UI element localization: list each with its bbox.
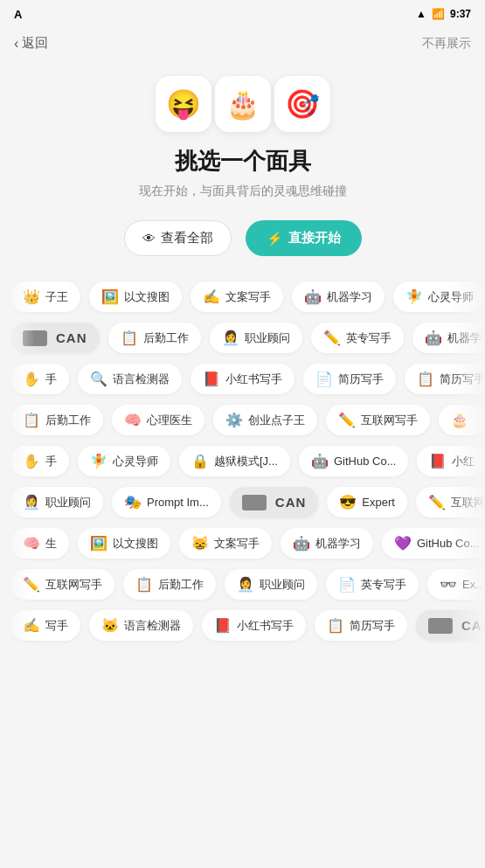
- chip-icon: ✋: [23, 453, 40, 469]
- chip-icon: 🔍: [90, 371, 107, 387]
- mask-chip-8-2[interactable]: 📕小红书写手: [202, 610, 306, 641]
- mask-chip-2-0[interactable]: ✋手: [10, 364, 69, 394]
- mask-chip-6-3[interactable]: 🤖机器学习: [281, 528, 373, 559]
- mask-chip-8-4[interactable]: CAN: [416, 610, 485, 641]
- chip-label: Expert: [362, 496, 395, 509]
- mask-chip-1-1[interactable]: 📋后勤工作: [108, 323, 201, 353]
- chip-label: 互联网写手: [361, 413, 418, 428]
- chip-icon: 👩‍💼: [222, 330, 239, 346]
- mask-chip-4-1[interactable]: 🧚心灵导师: [78, 446, 170, 476]
- status-bar: A ▲ 📶 9:37: [0, 0, 485, 28]
- chip-label: 后勤工作: [143, 330, 189, 346]
- mask-chip-1-4[interactable]: 🤖机器学习: [412, 323, 486, 353]
- chip-label: 以文搜图: [124, 289, 170, 305]
- chip-label: 职业顾问: [260, 577, 305, 593]
- chip-icon: 📕: [429, 453, 447, 469]
- mask-chip-7-3[interactable]: 📄英专写手: [326, 569, 419, 600]
- mask-chip-7-2[interactable]: 👩‍💼职业顾问: [225, 569, 317, 600]
- mask-chip-8-1[interactable]: 🐱语言检测器: [89, 610, 193, 641]
- chip-icon: 🤖: [311, 453, 329, 469]
- chip-label: 生: [45, 536, 57, 552]
- mask-chip-1-0[interactable]: CAN: [10, 323, 100, 353]
- mask-chip-2-1[interactable]: 🔍语言检测器: [78, 364, 182, 394]
- back-label: 返回: [22, 35, 48, 52]
- mask-chip-6-2[interactable]: 😸文案写手: [179, 528, 272, 559]
- chip-icon: 🐱: [101, 617, 119, 634]
- chip-label: 小红书写手: [237, 618, 294, 634]
- mask-chip-6-0[interactable]: 🧠生: [10, 528, 69, 559]
- chip-icon: 📋: [23, 412, 40, 428]
- mask-chip-3-2[interactable]: ⚙️创业点子王: [213, 405, 317, 435]
- mask-chip-5-3[interactable]: 😎Expert: [327, 487, 407, 517]
- mask-chip-5-1[interactable]: 🎭Prompt Im...: [112, 487, 221, 517]
- mask-chip-3-4[interactable]: 🎂: [439, 405, 485, 435]
- mask-row-1: CAN📋后勤工作👩‍💼职业顾问✏️英专写手🤖机器学习: [0, 318, 485, 358]
- chip-icon: 🔒: [191, 453, 209, 469]
- mask-chip-2-4[interactable]: 📋简历写手: [405, 364, 485, 394]
- action-buttons: 👁 查看全部 ⚡ 直接开始: [124, 220, 362, 256]
- chip-label: 心灵导师: [428, 289, 474, 305]
- app-icon: A: [14, 8, 22, 21]
- chip-label: 子王: [45, 289, 68, 305]
- back-button[interactable]: ‹ 返回: [14, 35, 48, 52]
- mask-chip-0-0[interactable]: 👑子王: [10, 281, 80, 312]
- mask-chip-1-2[interactable]: 👩‍💼职业顾问: [210, 323, 302, 353]
- chip-icon: ✋: [23, 371, 40, 387]
- mask-chip-3-1[interactable]: 🧠心理医生: [112, 405, 204, 435]
- eye-icon: 👁: [142, 231, 156, 246]
- mask-chip-8-0[interactable]: ✍️写手: [10, 610, 80, 641]
- mask-chip-5-0[interactable]: 👩‍💼职业顾问: [10, 487, 103, 517]
- mask-chip-4-0[interactable]: ✋手: [10, 446, 69, 476]
- chip-label: CAN: [461, 618, 485, 633]
- mask-chip-0-1[interactable]: 🖼️以文搜图: [89, 281, 182, 312]
- chip-icon: 📋: [417, 371, 434, 387]
- chip-label: CAN: [56, 330, 87, 345]
- mask-chip-2-3[interactable]: 📄简历写手: [303, 364, 396, 394]
- back-arrow-icon: ‹: [14, 36, 18, 52]
- view-all-button[interactable]: 👁 查看全部: [124, 220, 232, 256]
- mask-row-8: ✍️写手🐱语言检测器📕小红书写手📋简历写手CAN: [0, 606, 485, 645]
- chip-icon: 🎭: [124, 494, 142, 510]
- chip-icon: 📋: [135, 576, 153, 593]
- chip-icon: 🎂: [451, 412, 468, 428]
- chip-icon: 🧚: [405, 288, 423, 305]
- chip-label: 语言检测器: [124, 618, 181, 634]
- chip-icon: 👓: [440, 576, 457, 593]
- mask-chip-2-2[interactable]: 📕小红书写手: [191, 364, 294, 394]
- mask-row-7: ✏️互联网写手📋后勤工作👩‍💼职业顾问📄英专写手👓Ex...: [0, 565, 485, 604]
- mask-chip-7-1[interactable]: 📋后勤工作: [123, 569, 216, 600]
- mask-chip-7-0[interactable]: ✏️互联网写手: [10, 569, 114, 600]
- mask-chip-4-2[interactable]: 🔒越狱模式[J...: [179, 446, 290, 476]
- mask-chip-0-4[interactable]: 🧚心灵导师: [393, 281, 485, 312]
- mask-chip-0-3[interactable]: 🤖机器学习: [292, 281, 385, 312]
- mask-chip-8-3[interactable]: 📋简历写手: [315, 610, 407, 641]
- start-label: 直接开始: [288, 230, 341, 247]
- mask-chip-0-2[interactable]: ✍️文案写手: [191, 281, 283, 312]
- mask-chip-3-3[interactable]: ✏️互联网写手: [326, 405, 430, 435]
- dismiss-button[interactable]: 不再展示: [422, 36, 471, 52]
- mask-chip-1-3[interactable]: ✏️英专写手: [311, 323, 404, 353]
- mask-chip-6-4[interactable]: 💜GitHub Co...: [382, 528, 485, 559]
- chip-label: 英专写手: [346, 330, 391, 346]
- chip-label: 英专写手: [361, 577, 406, 593]
- chip-label: 互联网写手: [45, 577, 102, 593]
- hero-section: 😝 🎂 🎯 挑选一个面具 现在开始，与面具背后的灵魂思维碰撞 👁 查看全部 ⚡ …: [0, 59, 485, 277]
- chip-icon: 📄: [315, 371, 333, 387]
- mask-chip-4-3[interactable]: 🤖GitHub Co...: [299, 446, 409, 476]
- start-button[interactable]: ⚡ 直接开始: [246, 220, 362, 256]
- chip-label: 机器学习: [315, 536, 361, 552]
- mask-chip-7-4[interactable]: 👓Ex...: [427, 569, 485, 600]
- emoji-card-2: 🎂: [215, 76, 271, 132]
- chip-icon: ✏️: [323, 330, 341, 346]
- mask-row-6: 🧠生🖼️以文搜图😸文案写手🤖机器学习💜GitHub Co...: [0, 524, 485, 563]
- chip-label: 文案写手: [225, 289, 271, 305]
- mask-chip-3-0[interactable]: 📋后勤工作: [10, 405, 103, 435]
- mask-chip-6-1[interactable]: 🖼️以文搜图: [78, 528, 170, 559]
- chip-label: 以文搜图: [113, 536, 158, 552]
- mask-chip-5-2[interactable]: CAN: [230, 487, 319, 517]
- chip-label: 职业顾问: [245, 330, 290, 346]
- mask-chip-5-4[interactable]: ✏️互联网: [416, 487, 485, 517]
- mask-chip-4-4[interactable]: 📕小红: [417, 446, 485, 476]
- mask-list-container: 👑子王🖼️以文搜图✍️文案写手🤖机器学习🧚心灵导师CAN📋后勤工作👩‍💼职业顾问…: [0, 277, 485, 664]
- chip-icon: ✏️: [23, 576, 40, 593]
